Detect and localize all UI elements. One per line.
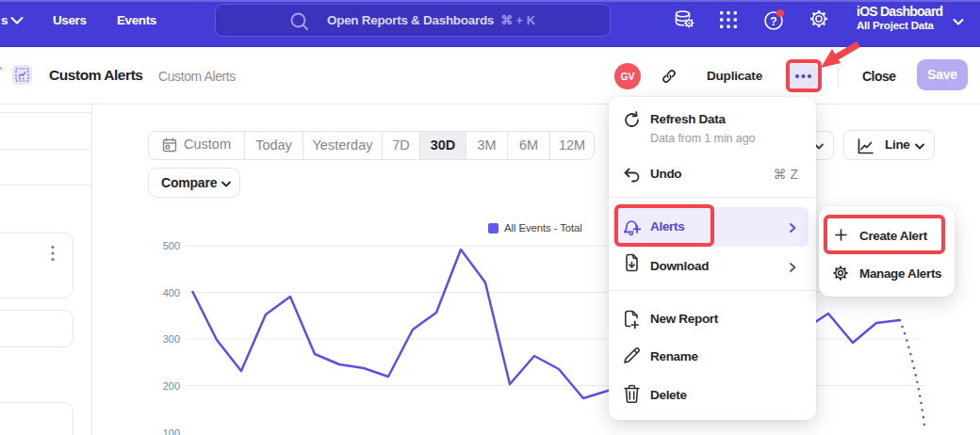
svg-text:200: 200 [163,380,180,392]
svg-text:100: 100 [163,427,180,435]
svg-text:300: 300 [163,333,180,345]
svg-text:400: 400 [163,287,180,298]
svg-text:500: 500 [163,240,180,251]
